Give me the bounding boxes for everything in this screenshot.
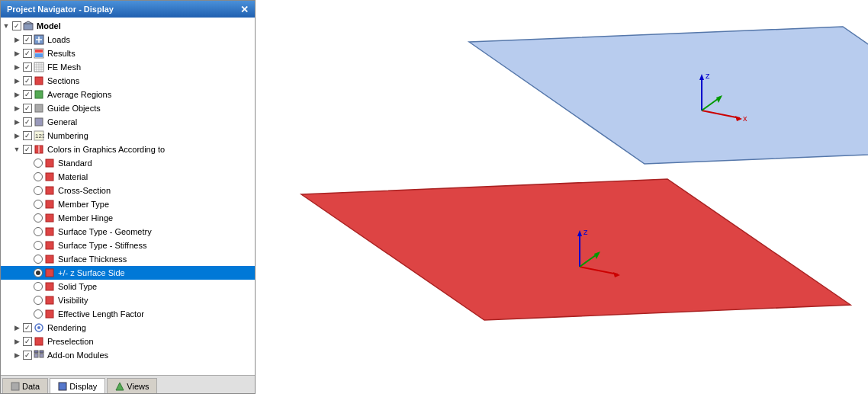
checkbox-model[interactable] bbox=[11, 21, 22, 30]
svg-rect-43 bbox=[59, 383, 66, 390]
radio-solid-type[interactable] bbox=[33, 282, 43, 291]
tree-item-visibility[interactable]: ▶ Visibility bbox=[1, 293, 255, 307]
eff-length-icon bbox=[43, 308, 56, 320]
checkbox-colors[interactable] bbox=[22, 145, 33, 154]
checkbox-general[interactable] bbox=[22, 117, 33, 127]
expander-avgregions[interactable]: ▶ bbox=[11, 91, 22, 98]
tree-item-surface-geom[interactable]: ▶ Surface Type - Geometry bbox=[1, 225, 255, 239]
expander-femesh[interactable]: ▶ bbox=[11, 63, 22, 71]
expander-rendering[interactable]: ▶ bbox=[11, 324, 22, 332]
expander-colors[interactable]: ▼ bbox=[11, 146, 22, 153]
visibility-label: Visibility bbox=[58, 296, 88, 305]
tree-item-standard[interactable]: ▶ Standard bbox=[1, 156, 255, 170]
tree-item-colors[interactable]: ▼ Colors in Graphics According to bbox=[1, 143, 255, 156]
tree-item-addon[interactable]: ▶ Add-on Modules bbox=[1, 348, 255, 362]
tree-item-loads[interactable]: ▶ Loads bbox=[1, 33, 255, 46]
loads-label: Loads bbox=[47, 35, 70, 44]
tree-item-surface-stiff[interactable]: ▶ Surface Type - Stiffness bbox=[1, 239, 255, 252]
colors-icon bbox=[33, 143, 45, 155]
tree-item-avgregions[interactable]: ▶ Average Regions bbox=[1, 88, 255, 101]
checkbox-numbering[interactable] bbox=[22, 131, 33, 140]
svg-rect-29 bbox=[46, 242, 53, 249]
radio-standard[interactable] bbox=[33, 159, 43, 168]
radio-z-surface[interactable] bbox=[33, 268, 43, 277]
expander-numbering[interactable]: ▶ bbox=[11, 132, 22, 139]
femesh-label: FE Mesh bbox=[47, 62, 81, 72]
expander-sections[interactable]: ▶ bbox=[11, 77, 22, 85]
radio-eff-length[interactable] bbox=[33, 309, 43, 319]
tree-item-preselection[interactable]: ▶ Preselection bbox=[1, 335, 255, 348]
expander-guideobj[interactable]: ▶ bbox=[11, 104, 22, 112]
preselection-label: Preselection bbox=[47, 337, 94, 346]
svg-rect-40 bbox=[34, 351, 38, 353]
member-type-label: Member Type bbox=[58, 200, 109, 209]
tree-item-sections[interactable]: ▶ Sections bbox=[1, 74, 255, 88]
bottom-tabs-bar: Data Display Views bbox=[1, 375, 255, 393]
tree-item-guideobj[interactable]: ▶ Guide Objects bbox=[1, 101, 255, 115]
expander-loads[interactable]: ▶ bbox=[11, 36, 22, 43]
tree-item-z-surface[interactable]: ▶ +/- z Surface Side bbox=[1, 266, 255, 280]
svg-text:123: 123 bbox=[35, 133, 44, 139]
tree-item-numbering[interactable]: ▶ 123 Numbering bbox=[1, 129, 255, 143]
material-label: Material bbox=[58, 172, 88, 181]
tree-item-rendering[interactable]: ▶ Rendering bbox=[1, 321, 255, 335]
expander-addon[interactable]: ▶ bbox=[11, 351, 22, 359]
expander-general[interactable]: ▶ bbox=[11, 118, 22, 126]
tree-item-femesh[interactable]: ▶ FE Mesh bbox=[1, 60, 255, 74]
rendering-label: Rendering bbox=[47, 323, 86, 332]
svg-rect-30 bbox=[46, 255, 53, 263]
checkbox-guideobj[interactable] bbox=[22, 104, 33, 113]
numbering-label: Numbering bbox=[47, 131, 88, 140]
tree-item-member-hinge[interactable]: ▶ Member Hinge bbox=[1, 211, 255, 225]
svg-rect-32 bbox=[46, 283, 53, 290]
surface-geom-label: Surface Type - Geometry bbox=[58, 227, 152, 236]
display-tab-icon bbox=[58, 382, 67, 391]
radio-surface-thick[interactable] bbox=[33, 255, 43, 264]
svg-text:z: z bbox=[583, 227, 588, 236]
tree-item-surface-thick[interactable]: ▶ Surface Thickness bbox=[1, 252, 255, 266]
tab-display[interactable]: Display bbox=[50, 378, 105, 393]
checkbox-avgregions[interactable] bbox=[22, 90, 33, 99]
tab-views[interactable]: Views bbox=[107, 378, 157, 393]
checkbox-preselection[interactable] bbox=[22, 337, 33, 346]
svg-rect-26 bbox=[46, 200, 53, 208]
checkbox-rendering[interactable] bbox=[22, 323, 33, 332]
model-label: Model bbox=[37, 21, 61, 30]
radio-surface-geom[interactable] bbox=[33, 227, 43, 236]
tree-item-member-type[interactable]: ▶ Member Type bbox=[1, 197, 255, 211]
svg-rect-7 bbox=[35, 50, 43, 53]
tree-item-solid-type[interactable]: ▶ Solid Type bbox=[1, 280, 255, 293]
radio-cross-section[interactable] bbox=[33, 186, 43, 195]
checkbox-sections[interactable] bbox=[22, 76, 33, 85]
checkbox-loads[interactable] bbox=[22, 35, 33, 44]
radio-surface-stiff[interactable] bbox=[33, 241, 43, 250]
radio-visibility[interactable] bbox=[33, 296, 43, 305]
checkbox-results[interactable] bbox=[22, 49, 33, 58]
results-icon bbox=[33, 47, 45, 59]
radio-material[interactable] bbox=[33, 172, 43, 181]
member-type-icon bbox=[43, 198, 56, 210]
tree-item-general[interactable]: ▶ General bbox=[1, 115, 255, 129]
numbering-icon: 123 bbox=[33, 130, 45, 142]
visibility-icon bbox=[43, 294, 56, 306]
close-button[interactable]: ✕ bbox=[240, 5, 249, 14]
surface-geom-icon bbox=[43, 226, 56, 238]
guideobj-label: Guide Objects bbox=[47, 104, 101, 113]
expander-model[interactable]: ▼ bbox=[1, 22, 11, 30]
expander-preselection[interactable]: ▶ bbox=[11, 338, 22, 345]
surface-thick-icon bbox=[43, 253, 56, 265]
radio-member-type[interactable] bbox=[33, 200, 43, 209]
svg-text:z: z bbox=[706, 71, 710, 80]
expander-results[interactable]: ▶ bbox=[11, 50, 22, 57]
checkbox-addon[interactable] bbox=[22, 351, 33, 360]
tree-item-eff-length[interactable]: ▶ Effective Length Factor bbox=[1, 307, 255, 321]
radio-member-hinge[interactable] bbox=[33, 213, 43, 223]
tree-item-cross-section[interactable]: ▶ Cross-Section bbox=[1, 184, 255, 197]
svg-rect-41 bbox=[40, 351, 43, 353]
tree-item-material[interactable]: ▶ Material bbox=[1, 170, 255, 184]
svg-marker-1 bbox=[24, 21, 33, 24]
checkbox-femesh[interactable] bbox=[22, 62, 33, 72]
tab-data[interactable]: Data bbox=[2, 378, 48, 393]
tree-item-model[interactable]: ▼ Model bbox=[1, 19, 255, 33]
tree-item-results[interactable]: ▶ Results bbox=[1, 46, 255, 60]
